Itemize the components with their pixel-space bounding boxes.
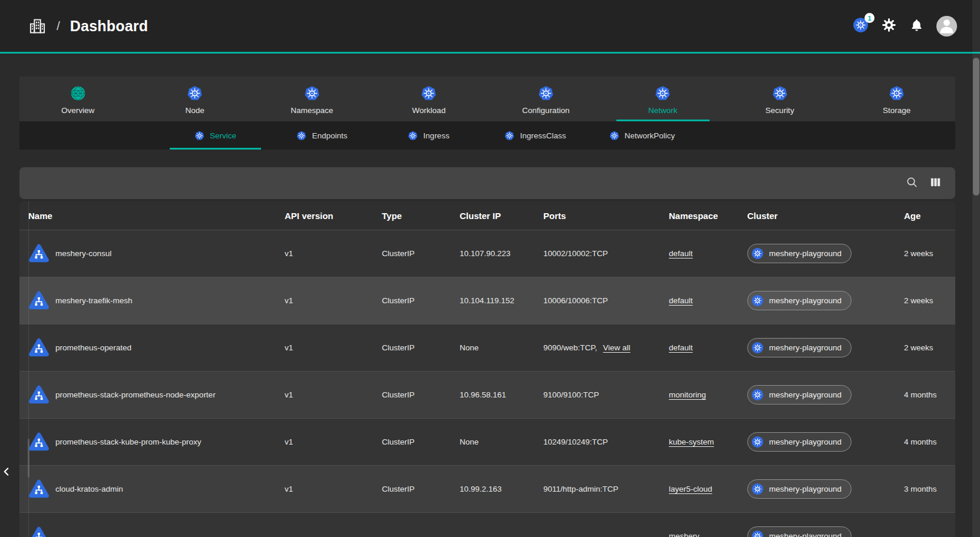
name-cell: prometheus-stack-prometheus-node-exporte… <box>28 384 285 406</box>
search-button[interactable] <box>905 175 919 191</box>
tab-service[interactable]: Service <box>162 121 269 150</box>
age-cell: 4 months <box>904 390 955 399</box>
tab-ingress[interactable]: Ingress <box>375 121 482 150</box>
ports-cell: 9100/9100:TCP <box>543 390 669 399</box>
service-icon <box>28 479 50 500</box>
column-header-name[interactable]: Name <box>28 211 285 221</box>
cluster-chip[interactable]: meshery-playground <box>747 526 852 537</box>
type-cell: ClusterIP <box>382 437 460 446</box>
table-row-prometheus-stack-prometheus-node-exporter[interactable]: prometheus-stack-prometheus-node-exporte… <box>19 371 955 418</box>
table-row-partial[interactable]: mesherymeshery-playground <box>19 512 955 537</box>
api-version-cell: v1 <box>285 249 382 258</box>
table-row-meshery-traefik-mesh[interactable]: meshery-traefik-meshv1ClusterIP10.104.11… <box>19 277 955 324</box>
namespace-link[interactable]: meshery <box>669 532 699 537</box>
tab-label: Ingress <box>423 131 449 140</box>
tab-node[interactable]: Node <box>137 77 254 121</box>
namespace-cell: kube-system <box>669 437 747 446</box>
kubernetes-icon <box>751 436 764 448</box>
service-name: cloud-kratos-admin <box>55 485 123 493</box>
tab-label: Overview <box>61 106 94 115</box>
ports-cell: 9011/http-admin:TCP <box>543 485 669 493</box>
service-icon <box>28 384 50 406</box>
namespace-link[interactable]: layer5-cloud <box>669 485 712 493</box>
cluster-chip[interactable]: meshery-playground <box>747 338 852 357</box>
cluster-cell: meshery-playground <box>747 244 904 263</box>
namespace-link[interactable]: default <box>669 296 693 305</box>
tab-configuration[interactable]: Configuration <box>487 77 605 121</box>
scrollbar-thumb[interactable] <box>973 58 979 195</box>
service-name: meshery-traefik-mesh <box>55 296 133 305</box>
table-row-prometheus-stack-kube-prom-kube-proxy[interactable]: prometheus-stack-kube-prom-kube-proxyv1C… <box>19 418 955 465</box>
resource-category-tabs: OverviewNodeNamespaceWorkloadConfigurati… <box>19 77 955 121</box>
tab-network[interactable]: Network <box>605 77 722 121</box>
kubernetes-icon <box>772 85 788 101</box>
tab-storage[interactable]: Storage <box>839 77 956 121</box>
cluster-cell: meshery-playground <box>747 526 904 537</box>
type-cell: ClusterIP <box>382 249 460 258</box>
type-cell: ClusterIP <box>382 343 460 352</box>
cluster-chip[interactable]: meshery-playground <box>747 385 852 405</box>
service-icon <box>28 432 50 453</box>
notifications-button[interactable] <box>909 18 924 34</box>
search-icon <box>905 175 919 191</box>
tab-security[interactable]: Security <box>721 77 839 121</box>
column-header-namespace[interactable]: Namespace <box>669 211 747 221</box>
expand-drawer-button[interactable] <box>0 459 14 485</box>
tab-label: NetworkPolicy <box>625 131 675 140</box>
cluster-context-button[interactable]: 1 <box>853 17 869 35</box>
cluster-chip[interactable]: meshery-playground <box>747 432 852 452</box>
page-title: Dashboard <box>70 18 148 35</box>
cluster-chip[interactable]: meshery-playground <box>747 291 852 310</box>
age-cell: 4 months <box>904 437 955 446</box>
view-columns-button[interactable] <box>929 175 942 191</box>
age-cell: 2 weeks <box>904 296 955 305</box>
column-header-cluster[interactable]: Cluster <box>747 211 904 221</box>
namespace-link[interactable]: monitoring <box>669 390 706 399</box>
table-row-cloud-kratos-admin[interactable]: cloud-kratos-adminv1ClusterIP10.99.2.163… <box>19 465 955 512</box>
scrollbar[interactable] <box>972 0 980 537</box>
tab-label: Node <box>186 106 204 115</box>
tab-namespace[interactable]: Namespace <box>253 77 371 121</box>
api-version-cell: v1 <box>285 343 382 352</box>
column-header-ports[interactable]: Ports <box>543 211 669 221</box>
age-cell: 3 months <box>904 485 955 493</box>
columns-icon <box>929 175 942 191</box>
breadcrumb: / Dashboard <box>28 17 148 35</box>
namespace-link[interactable]: default <box>669 249 693 258</box>
organization-icon[interactable] <box>28 17 47 35</box>
column-header-cluster-ip[interactable]: Cluster IP <box>460 211 543 221</box>
column-header-type[interactable]: Type <box>382 211 460 221</box>
settings-button[interactable] <box>881 17 897 35</box>
kubernetes-icon <box>504 131 514 141</box>
ports-value: 9090/web:TCP, <box>543 343 597 352</box>
cluster-name: meshery-playground <box>769 532 842 537</box>
tab-overview[interactable]: Overview <box>19 77 137 121</box>
name-cell: meshery-consul <box>28 243 285 264</box>
namespace-link[interactable]: kube-system <box>669 437 714 446</box>
kubernetes-icon <box>296 131 306 141</box>
kubernetes-icon <box>751 247 764 260</box>
name-cell: prometheus-stack-kube-prom-kube-proxy <box>28 432 285 453</box>
accent-divider <box>0 52 980 54</box>
tab-networkpolicy[interactable]: NetworkPolicy <box>589 121 695 150</box>
tab-ingressclass[interactable]: IngressClass <box>482 121 589 150</box>
view-all-ports-link[interactable]: View all <box>603 343 630 352</box>
tab-label: Workload <box>412 106 446 115</box>
cluster-chip[interactable]: meshery-playground <box>747 479 852 499</box>
namespace-link[interactable]: default <box>669 343 693 352</box>
table-row-meshery-consul[interactable]: meshery-consulv1ClusterIP10.107.90.22310… <box>19 230 955 277</box>
tab-label: Network <box>648 106 678 115</box>
tab-endpoints[interactable]: Endpoints <box>269 121 375 150</box>
name-cell: cloud-kratos-admin <box>28 479 285 500</box>
user-avatar[interactable] <box>936 16 957 37</box>
tab-workload[interactable]: Workload <box>371 77 488 121</box>
cluster-chip[interactable]: meshery-playground <box>747 244 852 263</box>
type-cell: ClusterIP <box>382 296 460 305</box>
table-row-prometheus-operated[interactable]: prometheus-operatedv1ClusterIPNone9090/w… <box>19 324 955 371</box>
cluster-ip-cell: 10.96.58.161 <box>460 390 543 399</box>
column-header-age[interactable]: Age <box>904 211 955 221</box>
column-header-api-version[interactable]: API version <box>285 211 382 221</box>
cluster-cell: meshery-playground <box>747 432 904 452</box>
table-header-row: NameAPI versionTypeCluster IPPortsNamesp… <box>19 201 955 230</box>
kubernetes-icon <box>751 342 764 354</box>
